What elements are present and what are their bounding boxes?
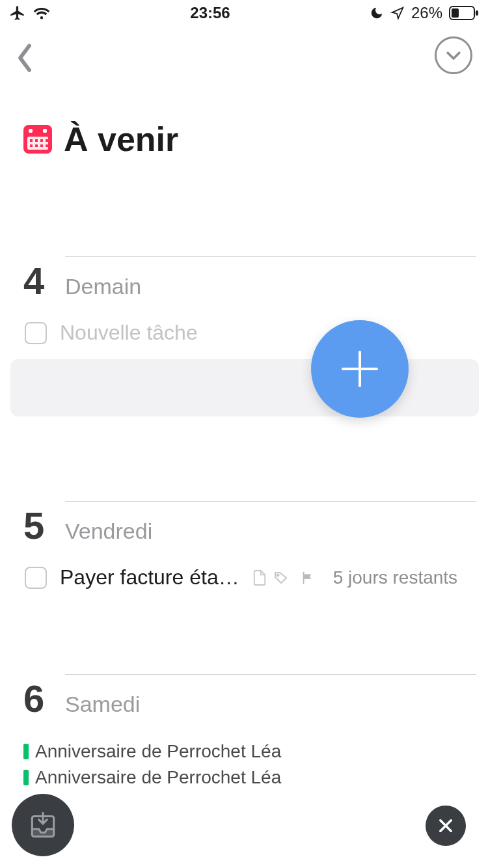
battery-icon	[449, 6, 479, 20]
task-input-toolbar[interactable]	[10, 359, 479, 416]
day-number: 5	[23, 504, 55, 547]
calendar-icon	[23, 125, 52, 154]
expand-button[interactable]	[435, 36, 472, 74]
svg-rect-1	[452, 8, 459, 18]
task-row[interactable]: Payer facture éta… 5 jours restants	[23, 547, 476, 590]
day-name: Demain	[65, 256, 476, 299]
inbox-fab[interactable]	[12, 794, 74, 856]
svg-rect-2	[476, 10, 478, 16]
event-title: Anniversaire de Perrochet Léa	[35, 741, 281, 762]
event-marker	[23, 744, 29, 759]
day-number: 4	[23, 259, 55, 303]
task-checkbox[interactable]	[25, 567, 47, 589]
file-icon	[252, 569, 267, 586]
event-marker	[23, 770, 29, 785]
svg-point-3	[277, 574, 278, 576]
new-task-row[interactable]: Nouvelle tâche	[23, 303, 476, 345]
new-task-placeholder: Nouvelle tâche	[60, 321, 198, 345]
nav-bar	[0, 26, 488, 85]
day-section: 6 Samedi Anniversaire de Perrochet Léa A…	[0, 674, 488, 791]
airplane-mode-icon	[9, 5, 26, 21]
task-due: 5 jours restants	[333, 567, 457, 588]
add-task-fab[interactable]	[311, 320, 409, 418]
status-bar: 23:56 26%	[0, 0, 488, 26]
status-time: 23:56	[190, 4, 230, 22]
event-row[interactable]: Anniversaire de Perrochet Léa	[23, 739, 476, 765]
day-number: 6	[23, 677, 55, 720]
battery-percent: 26%	[411, 4, 442, 22]
event-row[interactable]: Anniversaire de Perrochet Léa	[23, 765, 476, 791]
page-header: À venir	[0, 85, 488, 159]
task-checkbox[interactable]	[25, 322, 47, 344]
day-section: 4 Demain Nouvelle tâche	[0, 256, 488, 416]
wifi-icon	[33, 6, 51, 20]
day-name: Vendredi	[65, 501, 476, 544]
location-icon	[390, 6, 405, 20]
flag-icon	[301, 570, 315, 586]
event-title: Anniversaire de Perrochet Léa	[35, 767, 281, 788]
close-fab[interactable]	[426, 806, 466, 846]
page-title: À venir	[64, 120, 178, 159]
tag-icon	[273, 570, 289, 586]
day-section: 5 Vendredi Payer facture éta… 5 jours re…	[0, 501, 488, 590]
moon-icon	[370, 6, 384, 20]
task-title: Payer facture éta…	[60, 565, 239, 590]
day-name: Samedi	[65, 674, 476, 717]
back-button[interactable]	[16, 42, 42, 68]
task-meta	[252, 569, 315, 586]
